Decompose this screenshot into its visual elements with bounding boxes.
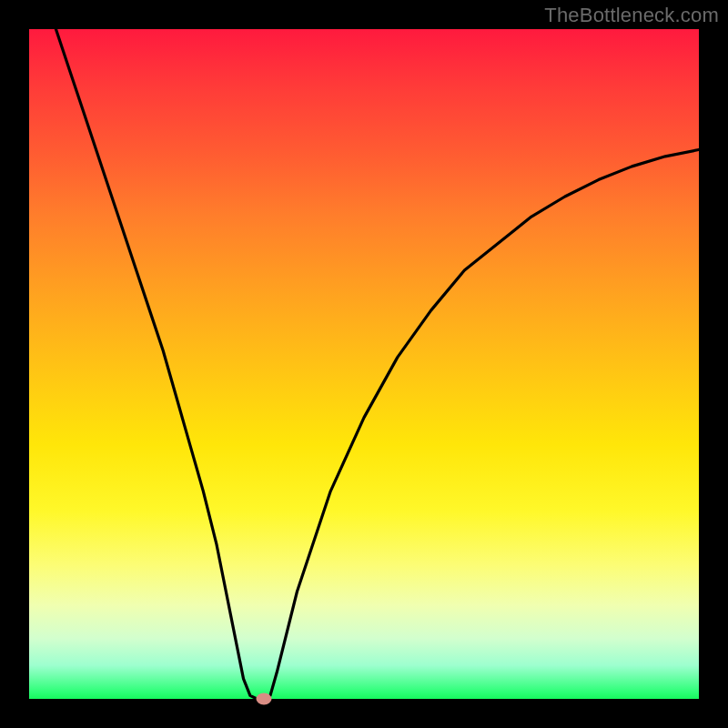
attribution-text: TheBottleneck.com bbox=[544, 4, 719, 27]
plot-area bbox=[29, 29, 699, 699]
bottleneck-curve bbox=[29, 29, 699, 699]
optimal-marker bbox=[256, 693, 271, 705]
chart-frame: TheBottleneck.com bbox=[0, 0, 728, 728]
